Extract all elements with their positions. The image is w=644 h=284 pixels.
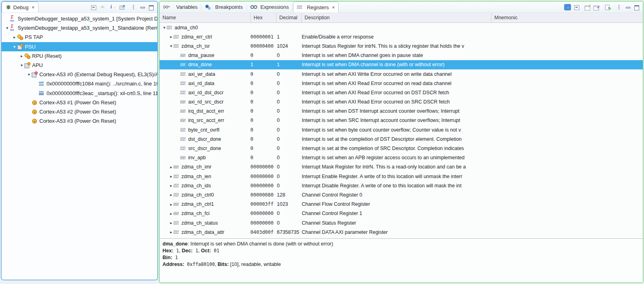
register-row[interactable]: ▸zdma_ch_data_attr0403d00f67358735Channe… (160, 227, 643, 237)
debug-tree-item[interactable]: ▾Cortex-A53 #0 (External Debug Request),… (2, 70, 157, 79)
debug-tree-item[interactable]: Cortex-A53 #1 (Power On Reset) (2, 98, 157, 107)
chevron-right-icon[interactable]: ▸ (169, 202, 173, 207)
register-row[interactable]: ▸zdma_ch_ids000000000Interrupt Disable R… (160, 181, 643, 190)
register-row[interactable]: axi_wr_data00Interrupt is set when AXI W… (160, 69, 643, 79)
register-row[interactable]: irq_dst_acct_err00Interrupt is set when … (160, 107, 643, 116)
export-launch-icon[interactable] (119, 4, 126, 10)
link-with-debug-context-icon[interactable] (564, 4, 571, 10)
register-row[interactable]: irq_src_acct_err00Interrupt is set when … (160, 116, 643, 125)
edit-register-group-icon[interactable] (593, 4, 600, 10)
restore-register-groups-icon[interactable] (604, 4, 611, 10)
chevron-down-icon[interactable]: ▾ (162, 25, 167, 30)
debug-tree-item[interactable]: Cortex-A53 #3 (Power On Reset) (2, 116, 157, 126)
register-name: irq_dst_acct_err (188, 108, 224, 114)
debug-tree-item[interactable]: 0x00000000fffc1084 main(): ../src/main.c… (2, 79, 157, 88)
debug-tree-item[interactable]: ▾PSU (2, 42, 157, 51)
debug-tree-item[interactable]: ▾APU (2, 61, 157, 70)
register-row[interactable]: ▾adma_ch0 (160, 23, 643, 32)
chevron-down-icon[interactable]: ▾ (12, 45, 17, 49)
chevron-right-icon[interactable]: ▸ (169, 183, 173, 188)
chevron-right-icon[interactable]: ▸ (169, 211, 173, 216)
debug-tree-item[interactable]: ▾SystemDebugger_testapp_a53_system_1_Sta… (2, 23, 157, 32)
register-decimal-value: 1023 (276, 200, 301, 209)
column-header-name[interactable]: Name (160, 13, 250, 22)
column-header-mnemonic[interactable]: Mnemonic (491, 13, 643, 22)
register-hex-value: 00000000 (250, 209, 276, 218)
chevron-down-icon[interactable]: ▾ (5, 26, 10, 30)
maximize-icon[interactable] (148, 4, 154, 10)
register-name: zdma_ch_ctrl1 (181, 201, 214, 207)
register-row[interactable]: dst_dscr_done00Interrupt is set at the c… (160, 134, 643, 144)
debug-tree-item[interactable]: ▸RPU (Reset) (2, 51, 157, 61)
register-row[interactable]: ▸zdma_ch_fci000000000Channel Control Reg… (160, 209, 643, 218)
register-row[interactable]: ▸zdma_ch_ctrl1000003ff1023Channel Flow C… (160, 200, 643, 209)
tab-close-icon[interactable]: × (332, 5, 335, 10)
debug-tree-item[interactable]: ▸PS TAP (2, 32, 157, 42)
collapse-all-icon[interactable] (573, 4, 580, 10)
chevron-down-icon[interactable]: ▾ (19, 63, 24, 67)
chevron-down-icon[interactable]: ▾ (26, 72, 31, 77)
debug-tree-item[interactable]: 0x00000000fffc3eac _startup(): xil-crt0.… (2, 89, 157, 98)
chevron-down-icon[interactable]: ▾ (169, 44, 173, 48)
register-decimal-value: 0 (276, 125, 301, 134)
debug-tree-item-label: PS TAP (25, 34, 43, 40)
view-menu-icon[interactable] (130, 4, 137, 10)
column-header-decimal[interactable]: Decimal (276, 13, 301, 22)
debug-tree-item[interactable]: Cortex-A53 #2 (Power On Reset) (2, 107, 157, 116)
tab-variables[interactable]: Variables (160, 2, 201, 12)
register-description: Interrupt Disable Register. A write of o… (301, 181, 491, 190)
register-row[interactable]: ▸zdma_ch_ctrl000000080128Channel Control… (160, 190, 643, 199)
column-header-hex[interactable]: Hex (250, 13, 276, 22)
register-mnemonic (491, 181, 643, 190)
register-row[interactable]: inv_apb00Interrupt is set when an APB re… (160, 153, 643, 162)
chevron-right-icon[interactable]: ▸ (169, 221, 173, 225)
register-row[interactable]: axi_rd_dst_dscr00Interrupt is set when A… (160, 88, 643, 97)
register-row[interactable]: byte_cnt_ovrfl00Interrupt is set when by… (160, 125, 643, 134)
gears-icon (17, 34, 24, 40)
stack-icon (39, 81, 45, 87)
maximize-icon[interactable] (633, 4, 640, 10)
register-row[interactable]: axi_rd_data00Interrupt is set when AXI R… (160, 79, 643, 88)
detail-text: 0xffa80100 (184, 262, 215, 267)
register-mnemonic (491, 97, 643, 107)
instruction-stepping-icon[interactable] (110, 4, 117, 10)
register-name: zdma_ch_data_attr (181, 229, 224, 235)
add-register-group-icon[interactable] (584, 4, 591, 10)
register-mnemonic (491, 162, 643, 172)
register-bits-icon (167, 24, 173, 30)
register-row[interactable]: ▸zdma_err_ctrl000000011Enable/Disable a … (160, 32, 643, 41)
register-row[interactable]: ▸zdma_ch_imr000000000Interrupt Mask Regi… (160, 162, 643, 172)
column-header-description[interactable]: Description (301, 13, 491, 22)
register-hex-value: 0 (250, 153, 276, 162)
register-row[interactable]: dma_done11Interrupt is set when DMA chan… (160, 60, 643, 69)
chevron-right-icon[interactable]: ▸ (169, 165, 173, 169)
minimize-icon[interactable] (624, 4, 631, 10)
tab-expressions[interactable]: Expressions (247, 2, 293, 12)
remove-all-terminated-icon (99, 4, 106, 10)
tab-debug[interactable]: Debug × (2, 2, 39, 12)
minimize-icon[interactable] (139, 4, 146, 10)
detail-text: Dec: (182, 248, 193, 254)
tab-close-icon[interactable]: × (32, 5, 34, 10)
chevron-right-icon[interactable]: ▸ (169, 34, 173, 39)
chevron-right-icon[interactable]: ▸ (169, 174, 173, 179)
chevron-right-icon[interactable]: ▸ (19, 54, 24, 58)
chevron-right-icon[interactable]: ▸ (169, 193, 173, 197)
debug-tree-item[interactable]: SystemDebugger_testapp_a53_system_1 [Sys… (2, 14, 157, 23)
register-row[interactable]: dma_pause00Interrupt is set when DMA cha… (160, 51, 643, 60)
register-name: dst_dscr_done (188, 136, 221, 142)
register-row[interactable]: ▾zdma_ch_isr000004001024Interrupt Status… (160, 41, 643, 51)
collapse-all-icon[interactable] (90, 4, 97, 10)
tab-registers[interactable]: Registers × (293, 2, 339, 12)
register-row[interactable]: ▸zdma_ch_ien000000000Interrupt Enable Re… (160, 172, 643, 181)
view-menu-icon[interactable] (616, 4, 622, 10)
register-name: byte_cnt_ovrfl (188, 127, 219, 133)
register-row[interactable]: ▸zdma_ch_status000000000Channel Status R… (160, 218, 643, 227)
register-name-cell: axi_rd_data (160, 79, 250, 88)
detail-text: 1 (172, 255, 178, 260)
chevron-right-icon[interactable]: ▸ (12, 35, 17, 39)
tab-breakpoints[interactable]: Breakpoints (201, 2, 246, 12)
register-row[interactable]: axi_rd_src_dscr00Interrupt is set when A… (160, 97, 643, 107)
chevron-right-icon[interactable]: ▸ (169, 230, 173, 234)
register-row[interactable]: src_dscr_done00Interrupt is set at the c… (160, 144, 643, 153)
